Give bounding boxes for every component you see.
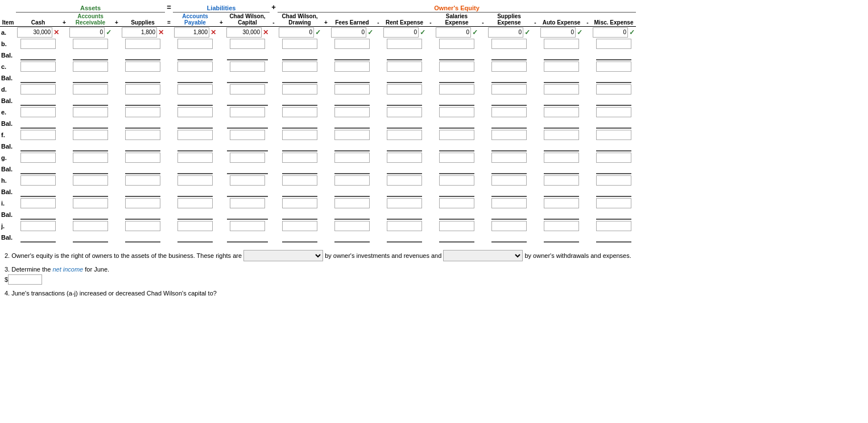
bal-final-drawing[interactable] bbox=[282, 232, 317, 243]
bal-8-misc[interactable] bbox=[596, 210, 631, 220]
bal-5-supplies[interactable] bbox=[125, 141, 160, 151]
bal-7-supplies[interactable] bbox=[125, 187, 160, 197]
row-j-capital[interactable] bbox=[230, 221, 265, 231]
q3-net-income-link[interactable]: net income bbox=[52, 266, 83, 273]
row-i-capital[interactable] bbox=[230, 198, 265, 208]
row-a-rent-input[interactable] bbox=[383, 27, 419, 38]
bal-4-cash[interactable] bbox=[20, 118, 56, 129]
row-a-supplies-cross[interactable]: ✕ bbox=[158, 28, 164, 36]
bal-final-ap[interactable] bbox=[177, 232, 213, 243]
row-g-ar[interactable] bbox=[73, 153, 108, 163]
bal-6-fees[interactable] bbox=[334, 164, 370, 174]
bal-3-supplies-exp[interactable] bbox=[491, 96, 527, 106]
row-a-ar-check[interactable]: ✓ bbox=[106, 28, 111, 36]
row-g-supplies-exp[interactable] bbox=[491, 153, 527, 163]
bal-4-ap[interactable] bbox=[177, 118, 213, 129]
row-b-drawing[interactable] bbox=[282, 39, 317, 49]
bal-5-rent[interactable] bbox=[387, 141, 422, 151]
row-j-supplies[interactable] bbox=[125, 221, 160, 231]
row-f-supplies-exp[interactable] bbox=[491, 130, 527, 140]
row-c-supplies[interactable] bbox=[125, 61, 160, 72]
row-g-supplies[interactable] bbox=[125, 153, 160, 163]
bal-7-auto[interactable] bbox=[544, 187, 579, 197]
row-b-fees[interactable] bbox=[334, 39, 370, 49]
bal-6-drawing[interactable] bbox=[282, 164, 317, 174]
row-d-ar[interactable] bbox=[73, 84, 108, 95]
bal-final-salaries[interactable] bbox=[439, 232, 474, 243]
bal-5-auto[interactable] bbox=[544, 141, 579, 151]
bal-8-rent[interactable] bbox=[387, 210, 422, 220]
row-g-capital[interactable] bbox=[230, 153, 265, 163]
row-a-drawing-input[interactable] bbox=[279, 27, 314, 38]
row-h-salaries[interactable] bbox=[439, 175, 474, 186]
bal-3-capital[interactable] bbox=[227, 96, 268, 106]
bal-6-ap[interactable] bbox=[177, 164, 213, 174]
bal-6-auto[interactable] bbox=[544, 164, 579, 174]
bal-7-fees[interactable] bbox=[334, 187, 370, 197]
row-b-rent[interactable] bbox=[387, 39, 422, 49]
bal-6-capital[interactable] bbox=[227, 164, 268, 174]
row-d-drawing[interactable] bbox=[282, 84, 317, 95]
row-a-auto-input[interactable] bbox=[540, 27, 576, 38]
row-a-ap-cross[interactable]: ✕ bbox=[210, 28, 216, 36]
row-d-rent[interactable] bbox=[387, 84, 422, 95]
bal-2-drawing[interactable] bbox=[282, 73, 317, 83]
bal-4-supplies-exp[interactable] bbox=[491, 118, 527, 129]
row-a-supplies-exp-check[interactable]: ✓ bbox=[524, 28, 530, 36]
row-d-ap[interactable] bbox=[177, 84, 213, 95]
bal-5-drawing[interactable] bbox=[282, 141, 317, 151]
row-b-capital[interactable] bbox=[230, 39, 265, 49]
bal-3-salaries[interactable] bbox=[439, 96, 474, 106]
bal-4-supplies[interactable] bbox=[125, 118, 160, 129]
bal-4-drawing[interactable] bbox=[282, 118, 317, 129]
bal-7-rent[interactable] bbox=[387, 187, 422, 197]
bal-2-ar[interactable] bbox=[73, 73, 108, 83]
bal-2-supplies-exp[interactable] bbox=[491, 73, 527, 83]
row-e-rent[interactable] bbox=[387, 107, 422, 117]
bal-4-rent[interactable] bbox=[387, 118, 422, 129]
row-h-ar[interactable] bbox=[73, 175, 108, 186]
row-h-drawing[interactable] bbox=[282, 175, 317, 186]
row-h-auto[interactable] bbox=[544, 175, 579, 186]
row-b-misc[interactable] bbox=[596, 39, 631, 49]
row-b-supplies-exp[interactable] bbox=[491, 39, 527, 49]
row-i-fees[interactable] bbox=[334, 198, 370, 208]
q2-dropdown1[interactable]: increased decreased bbox=[243, 250, 323, 261]
row-j-cash[interactable] bbox=[20, 221, 56, 231]
row-j-salaries[interactable] bbox=[439, 221, 474, 231]
q3-net-income-input[interactable] bbox=[8, 274, 42, 285]
bal-7-salaries[interactable] bbox=[439, 187, 474, 197]
bal-6-cash[interactable] bbox=[20, 164, 56, 174]
bal-final-rent[interactable] bbox=[387, 232, 422, 243]
row-h-supplies-exp[interactable] bbox=[491, 175, 527, 186]
bal-6-ar[interactable] bbox=[73, 164, 108, 174]
bal-final-misc[interactable] bbox=[596, 232, 631, 243]
bal-8-supplies-exp[interactable] bbox=[491, 210, 527, 220]
bal-1-rent[interactable] bbox=[387, 50, 422, 60]
bal-3-misc[interactable] bbox=[596, 96, 631, 106]
row-d-salaries[interactable] bbox=[439, 84, 474, 95]
bal-1-misc[interactable] bbox=[596, 50, 631, 60]
bal-1-salaries[interactable] bbox=[439, 50, 474, 60]
row-j-drawing[interactable] bbox=[282, 221, 317, 231]
bal-8-drawing[interactable] bbox=[282, 210, 317, 220]
bal-2-fees[interactable] bbox=[334, 73, 370, 83]
row-i-ap[interactable] bbox=[177, 198, 213, 208]
row-d-auto[interactable] bbox=[544, 84, 579, 95]
row-h-ap[interactable] bbox=[177, 175, 213, 186]
bal-5-ar[interactable] bbox=[73, 141, 108, 151]
row-e-drawing[interactable] bbox=[282, 107, 317, 117]
row-e-fees[interactable] bbox=[334, 107, 370, 117]
bal-7-ap[interactable] bbox=[177, 187, 213, 197]
bal-2-salaries[interactable] bbox=[439, 73, 474, 83]
row-e-supplies-exp[interactable] bbox=[491, 107, 527, 117]
bal-final-supplies-exp[interactable] bbox=[491, 232, 527, 243]
row-j-auto[interactable] bbox=[544, 221, 579, 231]
bal-4-auto[interactable] bbox=[544, 118, 579, 129]
row-j-ap[interactable] bbox=[177, 221, 213, 231]
row-j-rent[interactable] bbox=[387, 221, 422, 231]
row-f-salaries[interactable] bbox=[439, 130, 474, 140]
bal-6-rent[interactable] bbox=[387, 164, 422, 174]
row-e-auto[interactable] bbox=[544, 107, 579, 117]
bal-7-supplies-exp[interactable] bbox=[491, 187, 527, 197]
